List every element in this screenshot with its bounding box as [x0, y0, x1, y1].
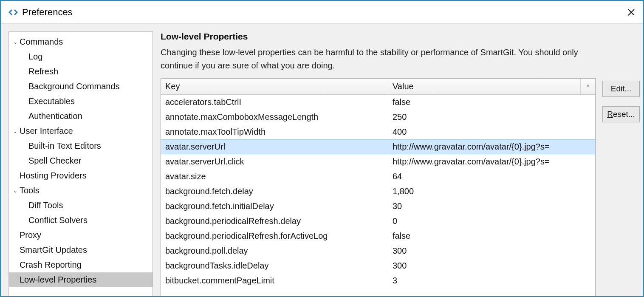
column-header-key[interactable]: Key	[161, 79, 388, 94]
cell-key: background.poll.delay	[161, 246, 388, 256]
table-header: Key Value ^	[161, 79, 595, 95]
cell-key: background.periodicalRefresh.forActiveLo…	[161, 231, 388, 241]
edit-button[interactable]: Edit...	[602, 81, 640, 97]
cell-key: background.fetch.initialDelay	[161, 201, 388, 211]
reset-button[interactable]: Reset...	[602, 106, 640, 122]
cell-value: 300	[388, 246, 595, 256]
cell-value: http://www.gravatar.com/avatar/{0}.jpg?s…	[388, 157, 595, 167]
page-heading: Low-level Properties	[161, 31, 596, 42]
cell-value: 30	[388, 201, 595, 211]
table-row[interactable]: background.periodicalRefresh.delay0	[161, 214, 595, 229]
tree-item[interactable]: Executables	[9, 94, 153, 109]
main-area: Low-level Properties Changing these low-…	[161, 31, 640, 296]
cell-key: bitbucket.commentPageLimit	[161, 276, 388, 286]
titlebar: Preferences	[1, 1, 643, 24]
tree-item-label: Executables	[28, 96, 75, 106]
table-row[interactable]: background.fetch.initialDelay30	[161, 199, 595, 214]
cell-value: http://www.gravatar.com/avatar/{0}.jpg?s…	[388, 142, 595, 152]
tree-item-label: Refresh	[28, 67, 58, 76]
cell-key: avatar.serverUrl.click	[161, 157, 388, 167]
properties-table: Key Value ^ accelerators.tabCtrlIfalsean…	[161, 78, 596, 296]
tree-item-label: Diff Tools	[28, 201, 63, 210]
cell-value: 400	[388, 127, 595, 137]
reset-rest: eset...	[613, 110, 635, 119]
table-row[interactable]: avatar.serverUrlhttp://www.gravatar.com/…	[161, 139, 595, 154]
cell-key: avatar.serverUrl	[161, 142, 388, 152]
tree-item-label: SmartGit Updates	[20, 245, 87, 255]
tree-item-label: Proxy	[20, 230, 41, 240]
tree-item[interactable]: Spell Checker	[9, 153, 153, 168]
tree-item[interactable]: Proxy	[9, 228, 153, 243]
tree-item[interactable]: ⌄Commands	[9, 34, 153, 49]
table-row[interactable]: background.periodicalRefresh.forActiveLo…	[161, 229, 595, 243]
cell-key: backgroundTasks.idleDelay	[161, 261, 388, 271]
window-title: Preferences	[22, 7, 625, 18]
edit-accel: E	[611, 84, 616, 93]
chevron-down-icon: ⌄	[12, 188, 18, 194]
tree-item-label: Spell Checker	[28, 156, 82, 166]
table-row[interactable]: annotate.maxComboboxMessageLength250	[161, 110, 595, 124]
chevron-down-icon: ⌄	[12, 128, 18, 134]
cell-value: 3	[388, 276, 595, 286]
tree-item-label: Authentication	[28, 111, 82, 121]
tree-item-label: Commands	[20, 37, 63, 47]
tree-item[interactable]: Crash Reporting	[9, 257, 153, 272]
tree-item-label: Built-in Text Editors	[28, 141, 101, 151]
chevron-down-icon: ⌄	[12, 39, 18, 45]
cell-key: background.fetch.delay	[161, 187, 388, 196]
tree-item[interactable]: ⌄User Interface	[9, 124, 153, 139]
tree-item[interactable]: Authentication	[9, 109, 153, 124]
category-tree[interactable]: ⌄CommandsLogRefreshBackground CommandsEx…	[8, 31, 153, 296]
cell-value: 1,800	[388, 187, 595, 196]
table-row[interactable]: bitbucket.commentPageLimit3	[161, 273, 595, 288]
tree-item[interactable]: ⌄Tools	[9, 183, 153, 198]
tree-item[interactable]: SmartGit Updates	[9, 243, 153, 257]
side-buttons: Edit... Reset...	[602, 31, 640, 296]
cell-value: false	[388, 231, 595, 241]
tree-item[interactable]: Background Commands	[9, 79, 153, 94]
edit-rest: dit...	[616, 84, 631, 93]
tree-item-label: Hosting Providers	[20, 171, 87, 181]
cell-value: false	[388, 97, 595, 107]
cell-key: annotate.maxComboboxMessageLength	[161, 112, 388, 122]
tree-item[interactable]: Built-in Text Editors	[9, 139, 153, 153]
tree-item[interactable]: Diff Tools	[9, 198, 153, 213]
content-pane: Low-level Properties Changing these low-…	[161, 31, 596, 296]
cell-key: background.periodicalRefresh.delay	[161, 216, 388, 226]
tree-item-label: Low-level Properties	[20, 275, 96, 285]
cell-key: avatar.size	[161, 172, 388, 181]
dialog-body: ⌄CommandsLogRefreshBackground CommandsEx…	[1, 24, 643, 296]
table-body[interactable]: accelerators.tabCtrlIfalseannotate.maxCo…	[161, 95, 595, 296]
table-row[interactable]: annotate.maxToolTipWidth400	[161, 124, 595, 139]
reset-accel: R	[607, 110, 613, 119]
close-button[interactable]	[625, 6, 637, 18]
tree-item[interactable]: Log	[9, 49, 153, 64]
cell-key: accelerators.tabCtrlI	[161, 97, 388, 107]
app-icon	[8, 8, 18, 17]
tree-item[interactable]: Hosting Providers	[9, 168, 153, 183]
page-description: Changing these low-level properties can …	[161, 46, 585, 72]
table-row[interactable]: accelerators.tabCtrlIfalse	[161, 95, 595, 110]
tree-item[interactable]: Refresh	[9, 64, 153, 79]
table-row[interactable]: background.poll.delay300	[161, 243, 595, 258]
cell-value: 0	[388, 216, 595, 226]
table-row[interactable]: avatar.serverUrl.clickhttp://www.gravata…	[161, 154, 595, 169]
table-row[interactable]: avatar.size64	[161, 169, 595, 184]
table-row[interactable]: backgroundTasks.idleDelay300	[161, 258, 595, 273]
cell-value: 250	[388, 112, 595, 122]
tree-item[interactable]: Low-level Properties	[9, 272, 153, 287]
sort-indicator-icon[interactable]: ^	[581, 79, 595, 94]
table-row[interactable]: background.fetch.delay1,800	[161, 184, 595, 199]
cell-value: 300	[388, 261, 595, 271]
cell-key: annotate.maxToolTipWidth	[161, 127, 388, 137]
tree-item-label: Crash Reporting	[20, 260, 82, 270]
tree-item-label: Log	[28, 52, 42, 62]
preferences-window: Preferences ⌄CommandsLogRefreshBackgroun…	[0, 0, 644, 297]
tree-item-label: Tools	[20, 186, 40, 195]
tree-item[interactable]: Conflict Solvers	[9, 213, 153, 228]
tree-item-label: User Interface	[20, 126, 73, 136]
tree-item-label: Conflict Solvers	[28, 215, 88, 225]
tree-item-label: Background Commands	[28, 82, 120, 91]
cell-value: 64	[388, 172, 595, 181]
column-header-value[interactable]: Value	[388, 79, 581, 94]
